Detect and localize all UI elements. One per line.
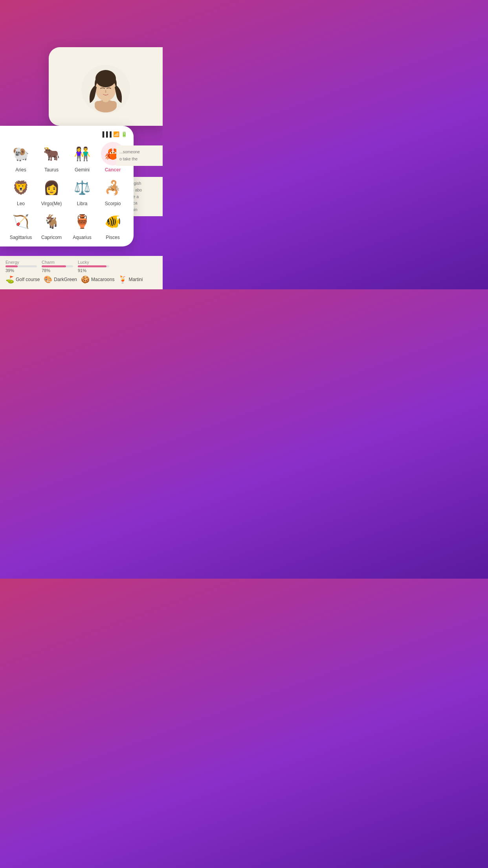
virgo-illustration [80, 64, 131, 115]
zodiac-icon-7: 🦂 [101, 176, 125, 199]
bottom-items: ⛳Golf course🎨DarkGreen🍪Macaroons🍹Martini [6, 275, 157, 284]
zodiac-icon-10: 🏺 [70, 210, 94, 233]
zodiac-name-7: Scorpio [105, 201, 121, 206]
zodiac-icon-1: 🐂 [40, 142, 63, 166]
zodiac-name-3: Cancer [105, 167, 121, 173]
zodiac-icon-11: 🐠 [101, 210, 125, 233]
stat-bar-bg [78, 265, 109, 267]
zodiac-icon-8: 🏹 [9, 210, 33, 233]
zodiac-item-aries[interactable]: 🐏Aries [6, 142, 35, 173]
signal-icon: ▐▐▐ [101, 131, 112, 137]
zodiac-name-0: Aries [15, 167, 26, 173]
forecast-header-row [57, 57, 155, 61]
stat-pct: 78% [42, 268, 73, 273]
bottom-item-text: Martini [128, 277, 143, 282]
svg-point-8 [95, 70, 116, 87]
zodiac-name-4: Leo [17, 201, 25, 206]
zodiac-name-1: Taurus [44, 167, 59, 173]
zodiac-name-10: Aquarius [73, 235, 91, 240]
bottom-item-text: DarkGreen [54, 277, 77, 282]
forecast-card [49, 47, 163, 126]
zodiac-name-6: Libra [77, 201, 88, 206]
bottom-item-macaroons: 🍪Macaroons [81, 275, 114, 284]
zodiac-item-taurus[interactable]: 🐂Taurus [37, 142, 66, 173]
zodiac-status-bar: ▐▐▐ 📶 🔋 [6, 131, 127, 137]
stat-bar-fill [42, 265, 66, 267]
wifi-icon: 📶 [113, 131, 119, 137]
stat-label: Energy [6, 260, 37, 265]
zodiac-item-virgome[interactable]: 👩Virgo(Me) [37, 176, 66, 206]
bottom-item-text: Golf course [16, 277, 40, 282]
stat-bar-bg [42, 265, 73, 267]
stat-label: Charm [42, 260, 73, 265]
battery-icon: 🔋 [121, 131, 127, 137]
bottom-item-golfcourse: ⛳Golf course [6, 275, 40, 284]
stat-block-lucky: Lucky91% [78, 260, 109, 273]
zodiac-icon-2: 👫 [70, 142, 94, 166]
zodiac-item-scorpio[interactable]: 🦂Scorpio [98, 176, 127, 206]
stat-label: Lucky [78, 260, 109, 265]
zodiac-name-8: Sagittarius [10, 235, 32, 240]
stat-pct: 91% [78, 268, 109, 273]
zodiac-item-gemini[interactable]: 👫Gemini [68, 142, 97, 173]
zodiac-item-pisces[interactable]: 🐠Pisces [98, 210, 127, 240]
zodiac-item-libra[interactable]: ⚖️Libra [68, 176, 97, 206]
zodiac-name-11: Pisces [106, 235, 119, 240]
bottom-item-emoji: 🍹 [118, 275, 127, 284]
zodiac-name-5: Virgo(Me) [41, 201, 62, 206]
side-text2-line2: o take the [119, 156, 160, 163]
bottom-item-martini: 🍹Martini [118, 275, 143, 284]
zodiac-icon-0: 🐏 [9, 142, 33, 166]
stat-pct: 39% [6, 268, 37, 273]
stat-bar-fill [6, 265, 18, 267]
zodiac-item-sagittarius[interactable]: 🏹Sagittarius [6, 210, 35, 240]
bottom-item-emoji: 🍪 [81, 275, 90, 284]
stat-bar-bg [6, 265, 37, 267]
bottom-item-darkgreen: 🎨DarkGreen [44, 275, 77, 284]
zodiac-name-2: Gemini [75, 167, 90, 173]
header-area [0, 0, 163, 24]
zodiac-item-aquarius[interactable]: 🏺Aquarius [68, 210, 97, 240]
zodiac-grid: 🐏Aries🐂Taurus👫Gemini🦀Cancer🦁Leo👩Virgo(Me… [6, 142, 127, 240]
bottom-item-emoji: ⛳ [6, 275, 14, 284]
zodiac-status-icons: ▐▐▐ 📶 🔋 [101, 131, 127, 137]
zodiac-item-leo[interactable]: 🦁Leo [6, 176, 35, 206]
zodiac-icon-4: 🦁 [9, 176, 33, 199]
stat-block-charm: Charm78% [42, 260, 73, 273]
zodiac-item-capricorn[interactable]: 🐐Capricorn [37, 210, 66, 240]
bottom-item-emoji: 🎨 [44, 275, 52, 284]
bottom-item-text: Macaroons [91, 277, 114, 282]
zodiac-name-9: Capricorn [41, 235, 62, 240]
bottom-strip: Energy39%Charm78%Lucky91%⛳Golf course🎨Da… [0, 256, 163, 289]
zodiac-icon-5: 👩 [40, 176, 63, 199]
zodiac-icon-9: 🐐 [40, 210, 63, 233]
side-text-panel2: ...someone o take the [116, 145, 163, 166]
virgo-svg [80, 64, 131, 115]
stat-bar-fill [78, 265, 106, 267]
zodiac-card: ▐▐▐ 📶 🔋 🐏Aries🐂Taurus👫Gemini🦀Cancer🦁Leo👩… [0, 126, 134, 246]
zodiac-icon-6: ⚖️ [70, 176, 94, 199]
stat-block-energy: Energy39% [6, 260, 37, 273]
side-text2-line1: ...someone [119, 149, 160, 156]
